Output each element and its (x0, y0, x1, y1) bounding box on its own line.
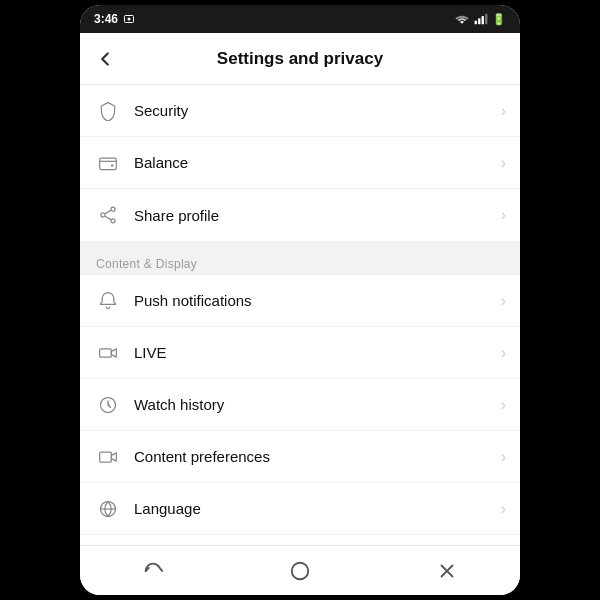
watch-history-chevron: › (501, 396, 506, 414)
content-display-label: Content & Display (80, 249, 520, 275)
wifi-icon (454, 13, 470, 25)
live-item[interactable]: LIVE › (80, 327, 520, 379)
security-chevron: › (501, 102, 506, 120)
svg-point-7 (111, 164, 114, 167)
svg-line-11 (105, 210, 111, 213)
svg-point-9 (101, 213, 105, 217)
content-preferences-item[interactable]: Content preferences › (80, 431, 520, 483)
shield-icon (94, 97, 122, 125)
content-display-items: Push notifications › LIVE › Watch histor… (80, 275, 520, 545)
push-notifications-label: Push notifications (134, 292, 501, 309)
phone-frame: 3:46 🔋 Settings and privacy (80, 5, 520, 595)
language-icon (94, 495, 122, 523)
svg-rect-6 (100, 158, 117, 170)
svg-point-20 (292, 562, 309, 579)
watch-history-item[interactable]: Watch history › (80, 379, 520, 431)
svg-rect-15 (100, 452, 112, 462)
header-title: Settings and privacy (217, 49, 383, 69)
language-label: Language (134, 500, 501, 517)
nav-bar (80, 545, 520, 595)
back-button[interactable] (94, 48, 116, 70)
svg-point-1 (128, 18, 131, 21)
svg-rect-4 (482, 16, 484, 24)
svg-point-10 (111, 219, 115, 223)
share-profile-item[interactable]: Share profile › (80, 189, 520, 241)
screen-time-item[interactable]: Screen time › (80, 535, 520, 545)
photo-icon (123, 13, 135, 25)
svg-line-12 (105, 216, 111, 219)
status-indicators: 🔋 (454, 13, 506, 26)
svg-rect-13 (100, 348, 112, 356)
share-icon (94, 201, 122, 229)
time-display: 3:46 (94, 12, 118, 26)
live-icon (94, 339, 122, 367)
status-time: 3:46 (94, 12, 135, 26)
balance-label: Balance (134, 154, 501, 171)
account-section: Security › Balance › Share profile › (80, 85, 520, 241)
nav-refresh-button[interactable] (139, 557, 167, 585)
status-bar: 3:46 🔋 (80, 5, 520, 33)
svg-rect-5 (485, 14, 487, 25)
push-notifications-chevron: › (501, 292, 506, 310)
live-chevron: › (501, 344, 506, 362)
svg-rect-2 (475, 21, 477, 25)
battery-display: 🔋 (492, 13, 506, 26)
bell-icon (94, 287, 122, 315)
language-item[interactable]: Language › (80, 483, 520, 535)
video-icon (94, 443, 122, 471)
share-profile-chevron: › (501, 206, 506, 224)
balance-item[interactable]: Balance › (80, 137, 520, 189)
watch-history-label: Watch history (134, 396, 501, 413)
page-header: Settings and privacy (80, 33, 520, 85)
push-notifications-item[interactable]: Push notifications › (80, 275, 520, 327)
balance-chevron: › (501, 154, 506, 172)
live-label: LIVE (134, 344, 501, 361)
nav-back-button[interactable] (433, 557, 461, 585)
content-preferences-chevron: › (501, 448, 506, 466)
wallet-icon (94, 149, 122, 177)
clock-icon (94, 391, 122, 419)
svg-point-8 (111, 207, 115, 211)
settings-content: Security › Balance › Share profile › Con… (80, 85, 520, 545)
content-display-section: Content & Display Push notifications › L… (80, 249, 520, 545)
content-preferences-label: Content preferences (134, 448, 501, 465)
svg-rect-3 (478, 18, 480, 24)
security-label: Security (134, 102, 501, 119)
share-profile-label: Share profile (134, 207, 501, 224)
security-item[interactable]: Security › (80, 85, 520, 137)
nav-home-button[interactable] (286, 557, 314, 585)
signal-icon (474, 13, 488, 25)
language-chevron: › (501, 500, 506, 518)
